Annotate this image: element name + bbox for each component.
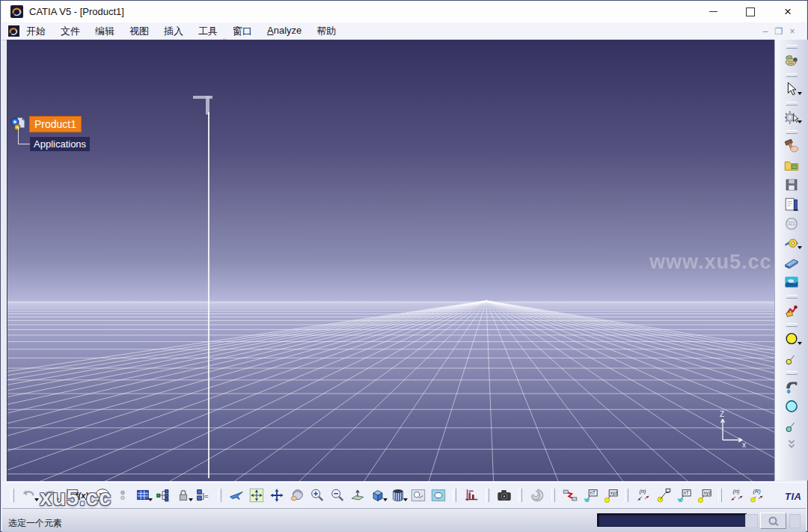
formula-button[interactable]: f(x) — [72, 486, 92, 505]
toolbar-grip[interactable] — [786, 45, 798, 49]
redo-button[interactable] — [39, 486, 59, 505]
measure-between-button[interactable]: (n) — [633, 486, 653, 505]
selection-filter-button[interactable] — [782, 108, 802, 127]
point-cyan-button[interactable] — [782, 416, 802, 435]
catalog-browser-button[interactable] — [782, 156, 802, 175]
design-table-button[interactable] — [132, 486, 153, 505]
menu-item-视图[interactable]: 视图 — [129, 25, 149, 38]
toolbar-grip[interactable] — [786, 130, 798, 134]
graph-tool-button[interactable] — [461, 486, 481, 505]
right-toolbar: 321 — [774, 40, 808, 480]
tree-node-product1[interactable]: Product1 — [29, 116, 82, 132]
menu-item-工具[interactable]: 工具 — [198, 25, 218, 38]
svg-text:f(x): f(x) — [75, 491, 88, 500]
menu-item-窗口[interactable]: 窗口 — [233, 25, 252, 38]
catalog-browser-icon — [783, 157, 800, 174]
toolbar-grip[interactable] — [218, 489, 221, 502]
camera-capture-button[interactable] — [494, 486, 514, 505]
toolbar-grip[interactable] — [786, 295, 798, 299]
menu-item-analyze[interactable]: Analyze — [267, 25, 302, 38]
menu-item-插入[interactable]: 插入 — [164, 25, 183, 38]
toolbar-grip[interactable] — [786, 102, 798, 106]
toolbar-grip[interactable] — [10, 489, 14, 502]
render-style-button[interactable] — [388, 486, 408, 505]
power-input-field[interactable] — [597, 513, 747, 527]
lock-icon — [175, 487, 192, 504]
viewport-3d[interactable]: Product1 Applications Z x — [7, 40, 774, 481]
status-help-button[interactable] — [760, 513, 786, 529]
measure-item-button[interactable] — [653, 486, 673, 505]
circle-cyan-button[interactable] — [782, 397, 802, 416]
tools-palette-button[interactable] — [782, 136, 802, 156]
product-structure-button[interactable] — [153, 486, 173, 505]
rules-button[interactable]: }= — [193, 486, 213, 505]
minimize-button[interactable] — [694, 1, 732, 22]
select-icon — [783, 81, 800, 97]
tree-axis-line[interactable] — [208, 112, 209, 478]
status-aux-button-2[interactable] — [789, 514, 801, 528]
toolbar-grip[interactable] — [786, 73, 798, 77]
iso-view-button[interactable] — [367, 486, 388, 505]
toolbar-grip[interactable] — [718, 489, 722, 502]
status-aux-button[interactable] — [745, 514, 758, 528]
comment-button[interactable] — [92, 486, 112, 505]
swirl-icon — [529, 487, 545, 504]
stamp-321-button[interactable]: 321 — [782, 214, 802, 233]
toolbar-grip[interactable] — [64, 489, 67, 502]
menu-item-帮助[interactable]: 帮助 — [316, 25, 336, 38]
faucet-button[interactable] — [782, 377, 802, 397]
pan-button[interactable] — [266, 486, 287, 505]
toolbar-grip[interactable] — [786, 323, 798, 327]
measure-r-button[interactable]: (R) — [747, 486, 767, 505]
undo-button[interactable] — [19, 486, 39, 505]
swirl-button[interactable] — [527, 486, 547, 505]
toolbar-grip[interactable] — [453, 489, 456, 502]
maximize-button[interactable] — [732, 1, 769, 22]
broken-constraint-button[interactable] — [560, 486, 580, 505]
select-button[interactable] — [782, 79, 802, 99]
toggle-dots-button[interactable] — [112, 486, 132, 505]
flag-nt-2-button[interactable]: nT — [673, 486, 694, 505]
flag-nt-button[interactable]: nT — [580, 486, 600, 505]
lock-button[interactable] — [173, 486, 193, 505]
tree-node-applications[interactable]: Applications — [30, 137, 90, 151]
more-tools-button[interactable] — [782, 435, 802, 455]
product-node-icon[interactable] — [10, 114, 28, 132]
fit-all-in-button[interactable] — [246, 486, 266, 505]
save-manage-button[interactable] — [782, 175, 802, 195]
mdi-minimize-button[interactable]: – — [759, 25, 772, 37]
mdi-close-button[interactable]: × — [786, 25, 799, 37]
start-menu-icon[interactable] — [8, 25, 19, 37]
multi-view-button[interactable] — [408, 486, 428, 505]
flag-nt-2-icon: nT — [676, 487, 692, 504]
prism-button[interactable] — [782, 253, 802, 272]
close-icon: × — [784, 5, 792, 18]
toolbar-grip[interactable] — [486, 489, 489, 502]
close-button[interactable]: × — [769, 1, 807, 22]
toolbar-grip[interactable] — [625, 489, 628, 502]
fly-view-button[interactable] — [226, 486, 246, 505]
report-button[interactable] — [782, 195, 802, 214]
toolbar-grip[interactable] — [518, 489, 522, 502]
menu-item-文件[interactable]: 文件 — [61, 25, 80, 38]
zoom-out-button[interactable] — [327, 486, 347, 505]
menu-item-开始[interactable]: 开始 — [26, 25, 46, 38]
point-yellow-button[interactable] — [782, 349, 802, 368]
mdi-restore-button[interactable]: ❐ — [772, 25, 786, 37]
manipulator-button[interactable] — [782, 301, 802, 320]
toolbar-grip[interactable] — [551, 489, 555, 502]
quick-view-button[interactable] — [428, 486, 448, 505]
fly-mode-button[interactable] — [782, 51, 802, 70]
measure-n-button[interactable]: (n) — [726, 486, 747, 505]
flag-xyz-2-button[interactable]: xyz — [694, 486, 714, 505]
light-source-button[interactable] — [782, 329, 802, 349]
normal-view-button[interactable] — [347, 486, 367, 505]
flag-xyz-button[interactable]: xyz — [600, 486, 620, 505]
menu-item-编辑[interactable]: 编辑 — [95, 25, 114, 38]
tree-axis-bracket[interactable] — [193, 96, 212, 99]
surface-wave-button[interactable] — [782, 272, 802, 292]
toolbar-grip[interactable] — [786, 371, 798, 375]
zoom-in-button[interactable] — [307, 486, 327, 505]
generative-part-button[interactable] — [782, 233, 802, 253]
rotate-button[interactable] — [287, 486, 307, 505]
